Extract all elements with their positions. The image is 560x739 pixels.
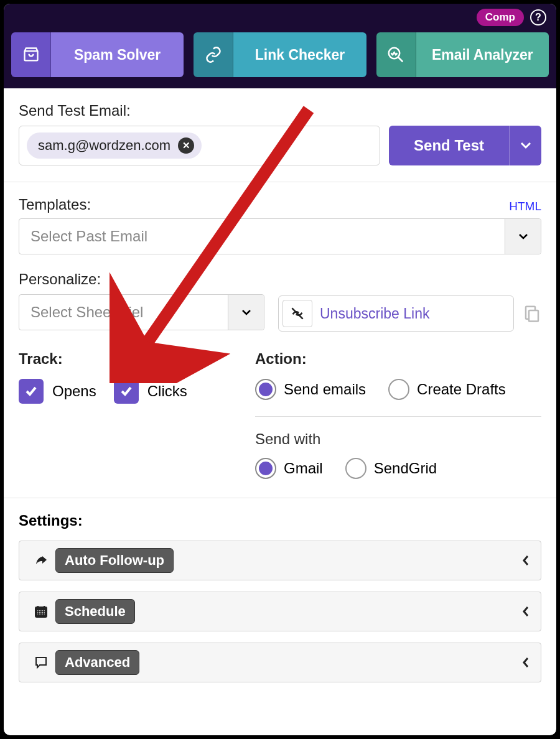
radio-unselected-icon: [345, 458, 366, 479]
copy-icon[interactable]: [523, 304, 541, 323]
chevron-down-icon[interactable]: [505, 219, 541, 254]
email-analyzer-button[interactable]: Email Analyzer: [376, 32, 549, 77]
radio-selected-icon: [255, 379, 276, 400]
opens-label: Opens: [52, 383, 96, 400]
track-action-row: Track: Opens Clicks: [19, 350, 541, 479]
track-label: Track:: [19, 350, 249, 368]
send-test-caret[interactable]: [509, 126, 541, 165]
email-analyzer-label: Email Analyzer: [416, 32, 549, 77]
personalize-section: Personalize: Select Sheet Fiel Unsubscri…: [19, 271, 541, 332]
chat-icon: [30, 655, 52, 670]
chevron-left-icon: [522, 657, 530, 668]
radio-selected-icon: [255, 458, 276, 479]
chevron-down-icon[interactable]: [228, 295, 264, 330]
gmail-label: Gmail: [284, 460, 323, 477]
spam-solver-button[interactable]: Spam Solver: [11, 32, 184, 77]
send-with-gmail-radio[interactable]: Gmail: [255, 458, 323, 479]
advanced-accordion[interactable]: Advanced: [19, 643, 541, 682]
divider: [255, 416, 541, 417]
template-select[interactable]: Select Past Email: [19, 218, 541, 254]
checkbox-checked-icon: [19, 379, 44, 404]
personalize-select[interactable]: Select Sheet Fiel: [19, 294, 264, 330]
send-test-button-label: Send Test: [389, 126, 509, 165]
divider: [4, 182, 556, 182]
test-email-input[interactable]: sam.g@wordzen.com ✕: [19, 126, 380, 165]
svg-point-9: [43, 613, 44, 615]
create-drafts-label: Create Drafts: [417, 381, 506, 398]
send-emails-label: Send emails: [284, 381, 366, 398]
topbar-badges: Comp ?: [11, 4, 549, 32]
advanced-label: Advanced: [55, 650, 139, 675]
action-label: Action:: [255, 350, 541, 368]
chevron-left-icon: [522, 606, 530, 617]
divider: [4, 498, 556, 498]
settings-label: Settings:: [19, 512, 541, 529]
svg-point-6: [43, 611, 44, 612]
templates-label: Templates:: [19, 196, 91, 213]
html-link[interactable]: HTML: [509, 200, 541, 213]
sendgrid-label: SendGrid: [374, 460, 437, 477]
svg-rect-1: [529, 310, 538, 322]
schedule-accordion[interactable]: Schedule: [19, 592, 541, 631]
send-test-label: Send Test Email:: [19, 102, 541, 119]
inbox-icon: [11, 32, 51, 77]
send-test-button[interactable]: Send Test: [389, 126, 541, 165]
auto-followup-accordion[interactable]: Auto Follow-up: [19, 541, 541, 580]
link-checker-label: Link Checker: [233, 32, 366, 77]
link-icon: [194, 32, 233, 77]
calendar-icon: [30, 604, 52, 619]
send-test-row: sam.g@wordzen.com ✕ Send Test: [19, 126, 541, 165]
help-icon[interactable]: ?: [530, 9, 546, 26]
template-select-placeholder: Select Past Email: [19, 219, 505, 254]
unsubscribe-box[interactable]: Unsubscribe Link: [278, 295, 514, 332]
personalize-label: Personalize:: [19, 271, 264, 288]
unlink-icon: [282, 300, 312, 327]
radio-unselected-icon: [388, 379, 409, 400]
schedule-label: Schedule: [55, 599, 135, 624]
email-chip-text: sam.g@wordzen.com: [38, 137, 170, 154]
svg-point-4: [38, 611, 39, 612]
auto-followup-label: Auto Follow-up: [55, 548, 174, 573]
topbar: Comp ? Spam Solver Link Checker Email: [4, 4, 556, 88]
action-column: Action: Send emails Create Drafts Send w…: [255, 350, 541, 479]
svg-point-7: [38, 613, 39, 615]
settings-section: Settings: Auto Follow-up Schedule: [19, 512, 541, 682]
personalize-placeholder: Select Sheet Fiel: [19, 295, 228, 330]
main-panel: Send Test Email: sam.g@wordzen.com ✕ Sen…: [4, 88, 556, 735]
remove-chip-icon[interactable]: ✕: [178, 137, 194, 154]
app-frame: Comp ? Spam Solver Link Checker Email: [4, 4, 556, 735]
comp-badge[interactable]: Comp: [477, 9, 524, 26]
send-with-sendgrid-radio[interactable]: SendGrid: [345, 458, 437, 479]
track-clicks-checkbox[interactable]: Clicks: [114, 379, 187, 404]
spam-solver-label: Spam Solver: [51, 32, 184, 77]
chevron-left-icon: [522, 555, 530, 566]
track-opens-checkbox[interactable]: Opens: [19, 379, 96, 404]
templates-section: Templates: HTML Select Past Email: [19, 196, 541, 254]
tool-row: Spam Solver Link Checker Email Analyzer: [11, 32, 549, 77]
share-arrow-icon: [30, 553, 52, 568]
clicks-label: Clicks: [147, 383, 187, 400]
unsubscribe-link-label: Unsubscribe Link: [320, 305, 429, 322]
action-send-emails-radio[interactable]: Send emails: [255, 379, 366, 400]
action-create-drafts-radio[interactable]: Create Drafts: [388, 379, 506, 400]
track-column: Track: Opens Clicks: [19, 350, 249, 479]
email-chip[interactable]: sam.g@wordzen.com ✕: [27, 132, 202, 159]
svg-point-5: [40, 611, 42, 612]
checkbox-checked-icon: [114, 379, 139, 404]
send-with-label: Send with: [255, 430, 541, 448]
svg-point-8: [40, 613, 42, 615]
analyzer-icon: [376, 32, 416, 77]
link-checker-button[interactable]: Link Checker: [194, 32, 366, 77]
